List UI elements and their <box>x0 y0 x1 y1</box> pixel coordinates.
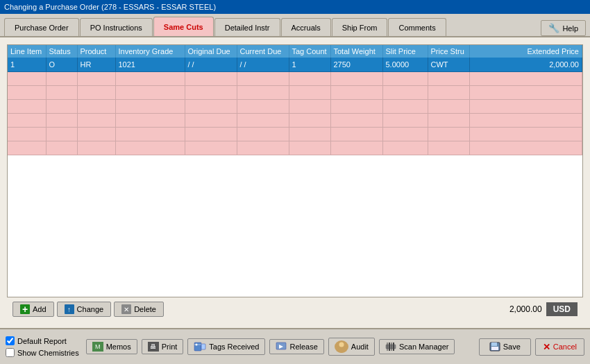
col-original-due: Original Due <box>185 45 237 58</box>
tab-comments[interactable]: Comments <box>388 18 446 36</box>
table-header-row: Line Item Status Product Inventory Grade… <box>8 45 582 58</box>
action-bar: + Add ↑ Change ✕ Delete 2,000.00 USD <box>7 297 583 321</box>
plus-icon: + <box>20 304 30 314</box>
change-icon: ↑ <box>65 304 74 314</box>
show-chemistries-row: Show Chemistries <box>6 348 79 357</box>
col-slit-price: Slit Price <box>382 45 428 58</box>
scan-manager-icon <box>385 342 396 352</box>
table-row <box>8 127 582 141</box>
print-button[interactable]: 🖶 Print <box>142 339 184 354</box>
svg-point-7 <box>339 343 344 347</box>
svg-rect-0 <box>194 343 201 351</box>
tab-po-instructions[interactable]: PO Instructions <box>80 18 153 36</box>
tab-accruals[interactable]: Accruals <box>281 18 331 36</box>
show-chemistries-label: Show Chemistries <box>17 349 79 357</box>
save-icon <box>489 342 500 352</box>
cell-status: O <box>46 58 77 71</box>
col-price-stru: Price Stru <box>428 45 469 58</box>
change-button[interactable]: ↑ Change <box>57 302 112 317</box>
footer-right: Save ✕ Cancel <box>479 338 584 356</box>
data-table: Line Item Status Product Inventory Grade… <box>8 45 582 155</box>
delete-button[interactable]: ✕ Delete <box>114 302 164 317</box>
col-status: Status <box>46 45 77 58</box>
cell-tag-count: 1 <box>289 58 330 71</box>
show-chemistries-checkbox[interactable] <box>6 348 15 357</box>
table-row <box>8 141 582 155</box>
cancel-icon: ✕ <box>543 342 550 352</box>
content-area: Line Item Status Product Inventory Grade… <box>0 37 590 328</box>
tags-received-button[interactable]: Tags Received <box>187 338 265 355</box>
table-row <box>8 99 582 113</box>
tab-same-cuts[interactable]: Same Cuts <box>153 17 214 36</box>
tags-received-icon <box>194 341 206 352</box>
release-icon <box>276 342 287 352</box>
main-container: Purchase Order PO Instructions Same Cuts… <box>0 14 590 364</box>
save-button[interactable]: Save <box>479 338 531 356</box>
delete-icon: ✕ <box>121 304 131 314</box>
default-report-checkbox[interactable] <box>6 336 15 345</box>
col-total-weight: Total Weight <box>330 45 382 58</box>
col-current-due: Current Due <box>237 45 289 58</box>
cancel-button[interactable]: ✕ Cancel <box>535 338 584 356</box>
svg-rect-3 <box>201 344 205 349</box>
scan-manager-button[interactable]: Scan Manager <box>379 339 455 354</box>
table-row <box>8 113 582 127</box>
cell-product: HR <box>77 58 115 71</box>
svg-point-8 <box>337 347 346 353</box>
title-bar: Changing a Purchase Order (278 - ESSARS … <box>0 0 590 14</box>
tabs-row: Purchase Order PO Instructions Same Cuts… <box>0 14 590 37</box>
cell-extended-price: 2,000.00 <box>469 58 582 71</box>
help-button[interactable]: 🔧 Help <box>541 20 586 36</box>
tab-detailed-instr[interactable]: Detailed Instr <box>214 18 280 36</box>
title-text: Changing a Purchase Order (278 - ESSARS … <box>4 3 216 11</box>
tab-purchase-order[interactable]: Purchase Order <box>4 18 79 36</box>
cell-line-item: 1 <box>8 58 46 71</box>
table-row[interactable]: 1 O HR 1021 / / / / 1 2750 5.0000 CWT 2,… <box>8 58 582 71</box>
total-value: 2,000.00 <box>509 304 542 314</box>
col-tag-count: Tag Count <box>289 45 330 58</box>
release-button[interactable]: Release <box>269 339 323 354</box>
col-inventory-grade: Inventory Grade <box>115 45 185 58</box>
table-row <box>8 85 582 99</box>
currency-badge: USD <box>546 302 578 316</box>
add-button[interactable]: + Add <box>12 302 54 317</box>
default-report-label: Default Report <box>17 337 67 345</box>
default-report-row: Default Report <box>6 336 79 345</box>
cell-total-weight: 2750 <box>330 58 382 71</box>
footer-left: Default Report Show Chemistries <box>6 336 79 357</box>
audit-button[interactable]: Audit <box>328 338 375 356</box>
cell-original-due: / / <box>185 58 237 71</box>
cell-slit-price: 5.0000 <box>382 58 428 71</box>
svg-rect-16 <box>491 347 498 350</box>
footer-buttons: M Memos 🖶 Print Tags Received <box>86 338 479 356</box>
cell-inventory-grade: 1021 <box>115 58 185 71</box>
col-line-item: Line Item <box>8 45 46 58</box>
table-row <box>8 71 582 85</box>
audit-icon <box>335 340 348 353</box>
cell-current-due: / / <box>237 58 289 71</box>
help-icon: 🔧 <box>548 23 559 33</box>
col-extended-price: Extended Price <box>469 45 582 58</box>
table-container: Line Item Status Product Inventory Grade… <box>7 44 583 297</box>
cell-price-stru: CWT <box>428 58 469 71</box>
svg-rect-15 <box>491 343 497 346</box>
col-product: Product <box>77 45 115 58</box>
footer: Default Report Show Chemistries M Memos … <box>0 328 590 364</box>
memos-button[interactable]: M Memos <box>86 339 137 354</box>
memos-icon: M <box>92 342 103 352</box>
tab-ship-from[interactable]: Ship From <box>332 18 388 36</box>
print-icon: 🖶 <box>148 342 159 352</box>
total-display: 2,000.00 USD <box>509 302 578 316</box>
